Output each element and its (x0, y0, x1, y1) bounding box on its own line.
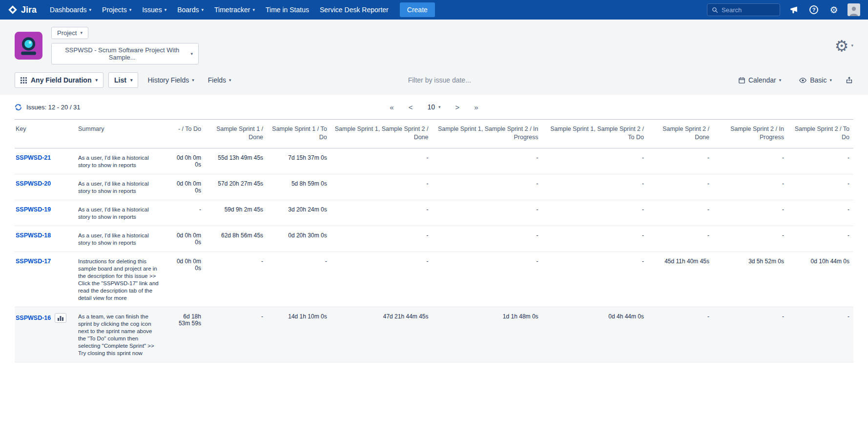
view-type-button[interactable]: List ▾ (108, 72, 138, 88)
brand-text: Jira (21, 5, 37, 15)
nav-item-dashboards[interactable]: Dashboards▾ (44, 0, 97, 20)
column-header-key[interactable]: Key (15, 120, 74, 148)
duration-cell: 62d 8h 56m 45s (205, 226, 267, 252)
nav-menu: Dashboards▾Projects▾Issues▾Boards▾Timetr… (44, 0, 394, 20)
report-toolbar: Any Field Duration ▾ List ▾ History Fiel… (0, 70, 868, 95)
page-size-select[interactable]: 10 ▾ (427, 103, 440, 111)
export-button[interactable] (845, 76, 853, 84)
prev-page-button[interactable]: < (409, 104, 413, 111)
issue-summary: As a team, we can finish the sprint by c… (74, 307, 170, 362)
announcement-icon[interactable] (787, 3, 800, 16)
issue-key-link[interactable]: SSPWSD-18 (16, 232, 51, 239)
duration-cell: 0d 0h 0m 0s (170, 174, 205, 200)
duration-cell: - (433, 252, 542, 307)
column-header-summary[interactable]: Summary (74, 120, 170, 148)
nav-item-service-desk-reporter[interactable]: Service Desk Reporter (314, 0, 394, 20)
issue-summary: As a user, I'd like a historical story t… (74, 148, 170, 174)
duration-cell: 6d 18h 53m 59s (170, 307, 205, 362)
issue-summary: As a user, I'd like a historical story t… (74, 226, 170, 252)
nav-search[interactable] (707, 3, 780, 16)
duration-cell: 0d 4h 44m 0s (542, 307, 648, 362)
jira-logo[interactable]: Jira (8, 5, 37, 15)
duration-cell: - (542, 226, 648, 252)
calendar-label: Calendar (748, 76, 776, 84)
duration-cell: 3d 5h 52m 0s (713, 252, 788, 307)
chart-icon-button[interactable] (55, 313, 66, 323)
duration-cell: - (648, 148, 713, 174)
issues-info: Issues: 12 - 20 / 31 (15, 104, 81, 111)
duration-cell: - (648, 226, 713, 252)
settings-icon[interactable]: ⚙ (827, 3, 840, 16)
project-avatar (15, 32, 42, 60)
project-dropdown-button[interactable]: Project ▾ (51, 27, 88, 39)
help-icon[interactable]: ? (807, 3, 820, 16)
column-header-sample-sprint-1-to-do[interactable]: Sample Sprint 1 / To Do (267, 120, 331, 148)
history-fields-button[interactable]: History Fields ▾ (143, 73, 198, 87)
chevron-down-icon: ▾ (95, 78, 98, 83)
duration-cell: - (331, 252, 433, 307)
column-header-sample-sprint-1-done[interactable]: Sample Sprint 1 / Done (205, 120, 267, 148)
user-avatar[interactable] (847, 3, 860, 16)
create-button[interactable]: Create (400, 2, 435, 17)
gear-glyph: ⚙ (829, 5, 838, 15)
duration-cell: - (648, 307, 713, 362)
issue-key-link[interactable]: SSPWSD-16 (16, 315, 51, 321)
column-header-sample-sprint-2-done[interactable]: Sample Sprint 2 / Done (648, 120, 713, 148)
history-fields-label: History Fields (147, 76, 189, 84)
duration-cell: - (713, 174, 788, 200)
report-settings-button[interactable]: ⚙ ▾ (835, 38, 853, 54)
pagination-row: Issues: 12 - 20 / 31 « < 10 ▾ > » (15, 95, 853, 119)
report-content: Issues: 12 - 20 / 31 « < 10 ▾ > » KeySum… (0, 95, 868, 442)
nav-item-timetracker[interactable]: Timetracker▾ (209, 0, 260, 20)
nav-item-issues[interactable]: Issues▾ (137, 0, 172, 20)
chevron-down-icon: ▾ (252, 8, 255, 12)
issues-count-label: Issues: 12 - 20 / 31 (26, 104, 81, 111)
view-type-label: List (114, 76, 126, 84)
top-navigation: Jira Dashboards▾Projects▾Issues▾Boards▾T… (0, 0, 868, 20)
chevron-down-icon: ▾ (851, 43, 853, 48)
column-header-sample-sprint-1-sample-sprint-2-to-do[interactable]: Sample Sprint 1, Sample Sprint 2 / To Do (542, 120, 648, 148)
next-page-button[interactable]: > (455, 104, 460, 111)
column-header-sample-sprint-2-in-progress[interactable]: Sample Sprint 2 / In Progress (713, 120, 788, 148)
field-duration-button[interactable]: Any Field Duration ▾ (15, 72, 103, 88)
chevron-down-icon: ▾ (229, 78, 231, 83)
column-header-to-do[interactable]: - / To Do (170, 120, 205, 148)
issue-date-filter-input[interactable] (408, 76, 520, 84)
table-row: SSPWSD-16As a team, we can finish the sp… (15, 307, 853, 362)
issue-key-link[interactable]: SSPWSD-19 (16, 206, 51, 213)
duration-cell: - (331, 226, 433, 252)
issue-summary: As a user, I'd like a historical story t… (74, 174, 170, 200)
project-select[interactable]: SSPWSD - Scrum Software Project With Sam… (51, 43, 199, 64)
issue-key-link[interactable]: SSPWSD-17 (16, 258, 51, 265)
refresh-icon[interactable] (15, 104, 22, 111)
duration-cell: 0d 0h 0m 0s (170, 148, 205, 174)
nav-item-time-in-status[interactable]: Time in Status (260, 0, 314, 20)
duration-cell: - (788, 148, 853, 174)
column-header-sample-sprint-1-sample-sprint-2-done[interactable]: Sample Sprint 1, Sample Sprint 2 / Done (331, 120, 433, 148)
issue-key-link[interactable]: SSPWSD-21 (16, 154, 51, 161)
chevron-down-icon: ▾ (129, 8, 132, 12)
chevron-down-icon: ▾ (89, 8, 92, 12)
chevron-down-icon: ▾ (190, 52, 193, 56)
first-page-button[interactable]: « (390, 104, 393, 111)
column-header-sample-sprint-2-to-do[interactable]: Sample Sprint 2 / To Do (788, 120, 853, 148)
calendar-button[interactable]: Calendar ▾ (734, 73, 785, 87)
column-header-sample-sprint-1-sample-sprint-2-in-progress[interactable]: Sample Sprint 1, Sample Sprint 2 / In Pr… (433, 120, 542, 148)
duration-cell: - (542, 200, 648, 226)
duration-cell: 45d 11h 40m 45s (648, 252, 713, 307)
duration-cell: - (648, 174, 713, 200)
view-mode-button[interactable]: Basic ▾ (794, 73, 836, 88)
search-input[interactable] (722, 6, 773, 14)
last-page-button[interactable]: » (474, 104, 478, 111)
project-select-value: SSPWSD - Scrum Software Project With Sam… (57, 46, 187, 61)
table-row: SSPWSD-18As a user, I'd like a historica… (15, 226, 853, 252)
nav-item-boards[interactable]: Boards▾ (172, 0, 209, 20)
duration-cell: - (331, 174, 433, 200)
issue-key-link[interactable]: SSPWSD-20 (16, 180, 51, 187)
chevron-down-icon: ▾ (202, 8, 204, 12)
table-row: SSPWSD-19As a user, I'd like a historica… (15, 200, 853, 226)
pager: « < 10 ▾ > » (390, 103, 478, 111)
duration-cell: - (205, 252, 267, 307)
nav-item-projects[interactable]: Projects▾ (97, 0, 137, 20)
fields-button[interactable]: Fields ▾ (204, 73, 236, 87)
